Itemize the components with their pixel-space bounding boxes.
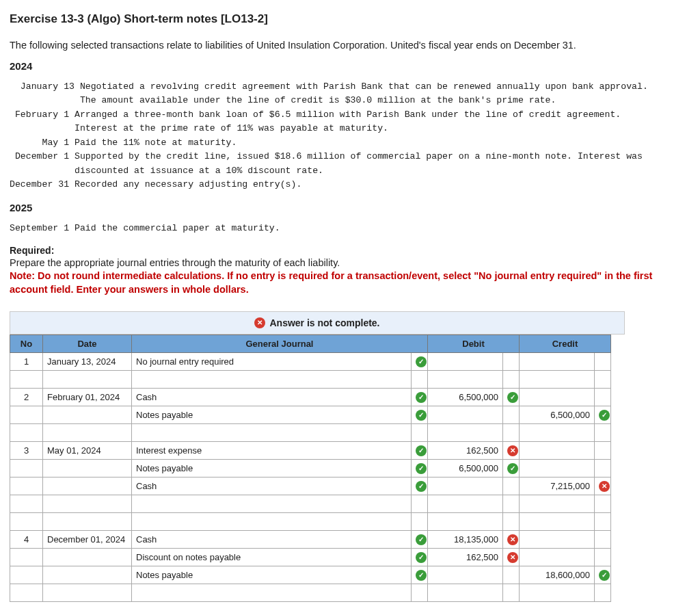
journal-table: No Date General Journal Debit Credit 1Ja…: [10, 335, 611, 602]
cell-account[interactable]: Notes payable: [132, 460, 412, 477]
cell-account[interactable]: [132, 495, 412, 513]
x-icon: ✕: [507, 445, 518, 456]
cell-date[interactable]: January 13, 2024: [43, 353, 132, 371]
check-icon: ✓: [416, 534, 427, 545]
cell-account[interactable]: [132, 584, 412, 602]
cell-credit[interactable]: [520, 353, 595, 371]
cell-credit[interactable]: [520, 584, 595, 602]
cell-debit[interactable]: [428, 353, 503, 371]
cell-debit[interactable]: [428, 513, 503, 531]
cell-credit-mark: ✓: [595, 566, 611, 584]
cell-debit[interactable]: [428, 584, 503, 602]
table-row: Notes payable✓6,500,000✓: [10, 406, 611, 424]
cell-debit-mark: [503, 406, 520, 424]
cell-account[interactable]: [132, 371, 412, 389]
cell-credit[interactable]: [520, 371, 595, 389]
cell-credit-mark: [595, 353, 611, 371]
cell-account[interactable]: Cash: [132, 389, 412, 406]
cell-account[interactable]: [132, 513, 412, 531]
cell-debit[interactable]: [428, 495, 503, 513]
cell-no[interactable]: [10, 406, 43, 424]
cell-credit[interactable]: 18,600,000: [520, 566, 595, 584]
cell-no[interactable]: [10, 513, 43, 531]
cell-no[interactable]: 2: [10, 389, 43, 406]
cell-debit-mark: [503, 424, 520, 442]
check-icon: ✓: [416, 445, 427, 456]
cell-credit[interactable]: [520, 495, 595, 513]
table-row: [10, 495, 611, 513]
cell-debit[interactable]: [428, 566, 503, 584]
cell-credit[interactable]: [520, 460, 595, 477]
cell-account[interactable]: Interest expense: [132, 442, 412, 460]
cell-account[interactable]: No journal entry required: [132, 353, 412, 371]
table-row: [10, 513, 611, 531]
cell-no[interactable]: 3: [10, 442, 43, 460]
cell-account[interactable]: Notes payable: [132, 566, 412, 584]
cell-credit[interactable]: [520, 549, 595, 566]
cell-account[interactable]: Discount on notes payable: [132, 549, 412, 566]
cell-date[interactable]: [43, 371, 132, 389]
x-icon: ✕: [507, 552, 518, 563]
cell-credit-mark: [595, 531, 611, 549]
cell-no[interactable]: 4: [10, 531, 43, 549]
cell-date[interactable]: February 01, 2024: [43, 389, 132, 406]
cell-debit[interactable]: 18,135,000: [428, 531, 503, 549]
cell-account[interactable]: Cash: [132, 477, 412, 495]
cell-no[interactable]: [10, 566, 43, 584]
cell-no[interactable]: [10, 584, 43, 602]
cell-account-mark: ✓: [411, 566, 427, 584]
cell-credit-mark: [595, 549, 611, 566]
cell-date[interactable]: [43, 495, 132, 513]
cell-credit[interactable]: 7,215,000: [520, 477, 595, 495]
cell-credit[interactable]: 6,500,000: [520, 406, 595, 424]
cell-date[interactable]: May 01, 2024: [43, 442, 132, 460]
cell-debit-mark: [503, 371, 520, 389]
cell-date[interactable]: [43, 513, 132, 531]
cell-no[interactable]: [10, 371, 43, 389]
cell-date[interactable]: [43, 584, 132, 602]
check-icon: ✓: [416, 570, 427, 581]
cell-credit-mark: ✕: [595, 477, 611, 495]
cell-no[interactable]: [10, 477, 43, 495]
cell-credit[interactable]: [520, 424, 595, 442]
cell-debit[interactable]: [428, 477, 503, 495]
cell-no[interactable]: [10, 460, 43, 477]
cell-account[interactable]: Cash: [132, 531, 412, 549]
cell-credit-mark: [595, 389, 611, 406]
cell-date[interactable]: December 01, 2024: [43, 531, 132, 549]
cell-debit[interactable]: 6,500,000: [428, 460, 503, 477]
cell-no[interactable]: [10, 549, 43, 566]
check-icon: ✓: [416, 356, 427, 367]
cell-debit[interactable]: 162,500: [428, 442, 503, 460]
cell-date[interactable]: [43, 566, 132, 584]
cell-debit[interactable]: 6,500,000: [428, 389, 503, 406]
cell-debit[interactable]: [428, 424, 503, 442]
cell-debit[interactable]: 162,500: [428, 549, 503, 566]
cell-date[interactable]: [43, 424, 132, 442]
cell-debit[interactable]: [428, 406, 503, 424]
cell-date[interactable]: [43, 460, 132, 477]
cell-credit[interactable]: [520, 442, 595, 460]
col-general-journal: General Journal: [132, 335, 428, 353]
cell-date[interactable]: [43, 549, 132, 566]
year-2024-heading: 2024: [10, 60, 690, 72]
cell-account[interactable]: [132, 424, 412, 442]
cell-credit[interactable]: [520, 389, 595, 406]
cell-no[interactable]: [10, 495, 43, 513]
check-icon: ✓: [416, 392, 427, 403]
cell-date[interactable]: [43, 477, 132, 495]
cell-account-mark: ✓: [411, 460, 427, 477]
check-icon: ✓: [416, 481, 427, 492]
cell-debit[interactable]: [428, 371, 503, 389]
cell-credit[interactable]: [520, 513, 595, 531]
cell-credit[interactable]: [520, 531, 595, 549]
cell-credit-mark: [595, 495, 611, 513]
cell-date[interactable]: [43, 406, 132, 424]
table-row: [10, 424, 611, 442]
answer-status-text: Answer is not complete.: [269, 317, 379, 328]
cell-account[interactable]: Notes payable: [132, 406, 412, 424]
cell-no[interactable]: [10, 424, 43, 442]
cell-account-mark: ✓: [411, 442, 427, 460]
table-row: 1January 13, 2024No journal entry requir…: [10, 353, 611, 371]
cell-no[interactable]: 1: [10, 353, 43, 371]
